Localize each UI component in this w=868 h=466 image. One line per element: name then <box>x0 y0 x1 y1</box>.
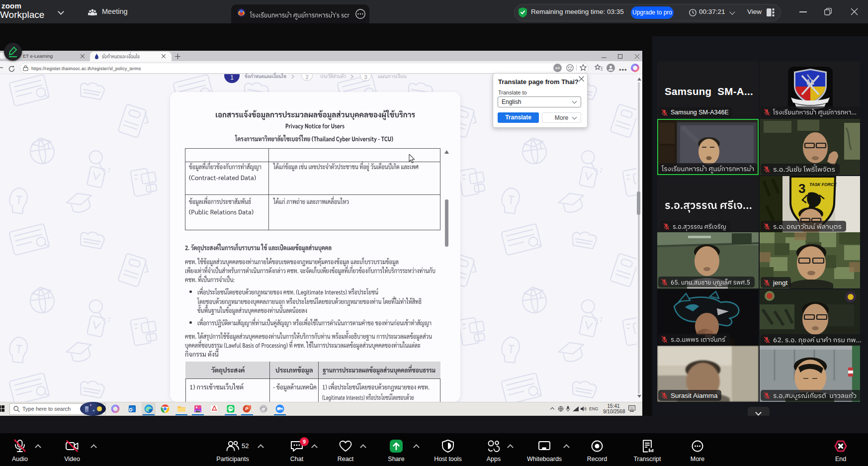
svg-text:zm: zm <box>278 408 281 411</box>
svg-text:MOVIES: MOVIES <box>195 410 201 412</box>
svg-text:3: 3 <box>798 181 805 196</box>
svg-text:LINE: LINE <box>228 407 233 410</box>
svg-text:P: P <box>245 406 248 411</box>
svg-text:TASK FORCE: TASK FORCE <box>809 182 837 187</box>
